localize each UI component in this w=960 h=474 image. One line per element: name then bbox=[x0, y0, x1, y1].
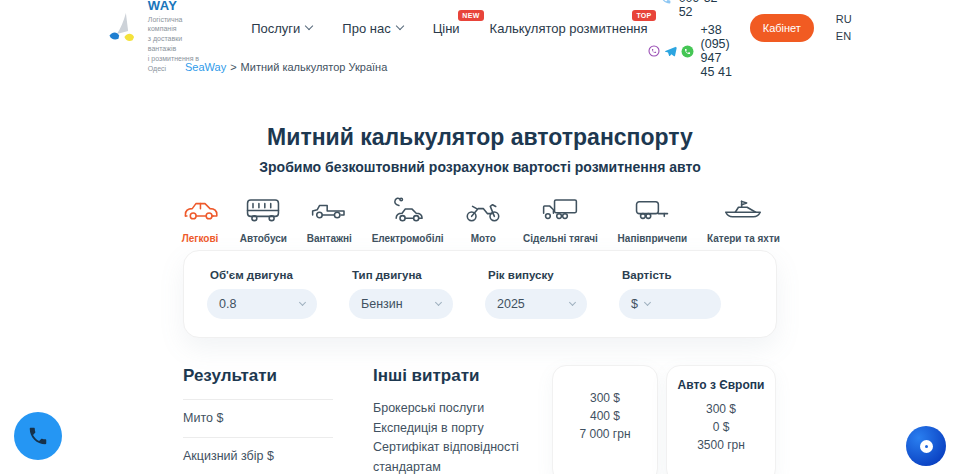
currency-cost-input[interactable]: $ bbox=[619, 289, 721, 319]
results-column: Результати Мито $ Акцизний збір $ bbox=[183, 366, 333, 474]
field-engine-volume: Об'єм двигуна 0.8 bbox=[207, 269, 317, 337]
tab-moto[interactable]: Мото bbox=[463, 196, 503, 244]
chevron-down-icon bbox=[644, 299, 651, 306]
lang-ru[interactable]: RU bbox=[836, 11, 852, 28]
other-costs-column: Інші витрати Брокерські послуги Експедиц… bbox=[373, 366, 565, 474]
seaway-boat-icon bbox=[108, 7, 141, 49]
header-contacts: +38 (067) 009-52-52 bbox=[648, 0, 734, 79]
trailer-icon bbox=[632, 196, 672, 224]
pickup-truck-icon bbox=[309, 196, 349, 224]
breadcrumb-current: Митний калькулятор Україна bbox=[241, 61, 388, 73]
main-nav: Послуги Про нас Ціни NEW Калькулятор роз… bbox=[251, 21, 647, 36]
results-title: Результати bbox=[183, 366, 333, 386]
field-year: Рік випуску 2025 bbox=[485, 269, 587, 337]
result-item-duty: Мито $ bbox=[183, 399, 333, 437]
tab-cars[interactable]: Легкові bbox=[180, 196, 220, 244]
tab-semi-trucks[interactable]: Сідельні тягачі bbox=[523, 196, 598, 244]
phone-row-2: +38 (095) 947 45 41 bbox=[648, 23, 734, 79]
page-subtitle: Зробимо безкоштовний розрахунок вартості… bbox=[0, 159, 960, 175]
field-cost: Вартість $ bbox=[619, 269, 721, 337]
other-cost-item: Сертифікат відповідності стандартам bbox=[373, 438, 565, 474]
other-cost-item: Брокерські послуги bbox=[373, 399, 565, 419]
car-icon bbox=[180, 196, 220, 224]
tab-semi-trailers[interactable]: Напівпричепи bbox=[618, 196, 688, 244]
tab-electric-cars[interactable]: Електромобілі bbox=[372, 196, 444, 244]
nav-item-about[interactable]: Про нас bbox=[342, 21, 402, 36]
new-badge: NEW bbox=[458, 10, 483, 21]
breadcrumb-home-link[interactable]: SeaWay bbox=[185, 61, 226, 73]
call-floating-button[interactable] bbox=[14, 412, 62, 460]
tab-boats-yachts[interactable]: Катери та яхти bbox=[707, 196, 780, 244]
vehicle-type-tabs: Легкові Автобуси Вантажні bbox=[180, 196, 780, 244]
nav-item-prices[interactable]: Ціни NEW bbox=[433, 21, 460, 36]
telegram-icon[interactable] bbox=[664, 45, 677, 58]
calculator-form-card: Об'єм двигуна 0.8 Тип двигуна Бензин Рік… bbox=[183, 250, 777, 338]
result-item-excise: Акцизний збір $ bbox=[183, 437, 333, 474]
nav-item-customs-calculator[interactable]: Калькулятор розмитнення TOP bbox=[490, 21, 648, 36]
price-card-other-costs: 300 $ 400 $ 7 000 грн bbox=[552, 365, 658, 474]
nav-item-services[interactable]: Послуги bbox=[251, 21, 312, 36]
price-card-europe: Авто з Європи 300 $ 0 $ 3500 грн bbox=[666, 365, 776, 474]
price-value: 7 000 грн bbox=[553, 425, 657, 443]
breadcrumb: SeaWay>Митний калькулятор Україна bbox=[185, 61, 387, 73]
field-label: Тип двигуна bbox=[352, 269, 453, 281]
logo-title: SEA WAY bbox=[148, 0, 201, 13]
price-value: 300 $ bbox=[553, 389, 657, 407]
phone-number-1[interactable]: +38 (067) 009-52-52 bbox=[679, 0, 734, 19]
lang-en[interactable]: EN bbox=[836, 28, 852, 45]
chat-widget-button[interactable] bbox=[906, 426, 946, 466]
motorcycle-icon bbox=[463, 196, 503, 224]
chevron-down-icon bbox=[305, 22, 313, 30]
viber-icon[interactable] bbox=[648, 45, 660, 57]
electric-car-icon bbox=[388, 196, 428, 224]
field-label: Об'єм двигуна bbox=[210, 269, 317, 281]
chat-bubble-icon bbox=[920, 440, 933, 453]
semi-truck-icon bbox=[540, 196, 580, 224]
other-costs-title: Інші витрати bbox=[373, 366, 565, 386]
bus-icon bbox=[243, 196, 283, 224]
price-card-title: Авто з Європи bbox=[667, 376, 775, 394]
phone-number-2[interactable]: +38 (095) 947 45 41 bbox=[701, 23, 734, 79]
page: SEA WAY Логістична компанія з доставки в… bbox=[0, 0, 960, 474]
field-label: Рік випуску bbox=[488, 269, 587, 281]
chevron-down-icon bbox=[569, 299, 576, 306]
chevron-down-icon bbox=[395, 22, 403, 30]
phone-icon bbox=[659, 0, 672, 5]
other-cost-item: Експедиція в порту bbox=[373, 419, 565, 439]
language-switcher: RU EN bbox=[836, 11, 852, 45]
price-value: 300 $ bbox=[667, 400, 775, 418]
year-select[interactable]: 2025 bbox=[485, 289, 587, 319]
page-title: Митний калькулятор автотранспорту bbox=[0, 124, 960, 151]
cabinet-button[interactable]: Кабінет bbox=[750, 14, 814, 42]
chevron-down-icon bbox=[299, 299, 306, 306]
yacht-icon bbox=[723, 196, 763, 224]
engine-type-select[interactable]: Бензин bbox=[349, 289, 453, 319]
price-value: 400 $ bbox=[553, 407, 657, 425]
whatsapp-icon[interactable] bbox=[681, 45, 694, 58]
phone-row-1: +38 (067) 009-52-52 bbox=[648, 0, 734, 19]
phone-icon bbox=[27, 425, 49, 447]
header: SEA WAY Логістична компанія з доставки в… bbox=[0, 0, 960, 56]
price-value: 3500 грн bbox=[667, 436, 775, 454]
price-value: 0 $ bbox=[667, 418, 775, 436]
results-section: Результати Мито $ Акцизний збір $ Інші в… bbox=[183, 362, 777, 474]
field-engine-type: Тип двигуна Бензин bbox=[349, 269, 453, 337]
tab-trucks[interactable]: Вантажні bbox=[307, 196, 352, 244]
results-list: Мито $ Акцизний збір $ bbox=[183, 399, 333, 474]
field-label: Вартість bbox=[622, 269, 721, 281]
top-badge: TOP bbox=[632, 10, 655, 21]
tab-buses[interactable]: Автобуси bbox=[240, 196, 287, 244]
chevron-down-icon bbox=[435, 299, 442, 306]
engine-volume-select[interactable]: 0.8 bbox=[207, 289, 317, 319]
